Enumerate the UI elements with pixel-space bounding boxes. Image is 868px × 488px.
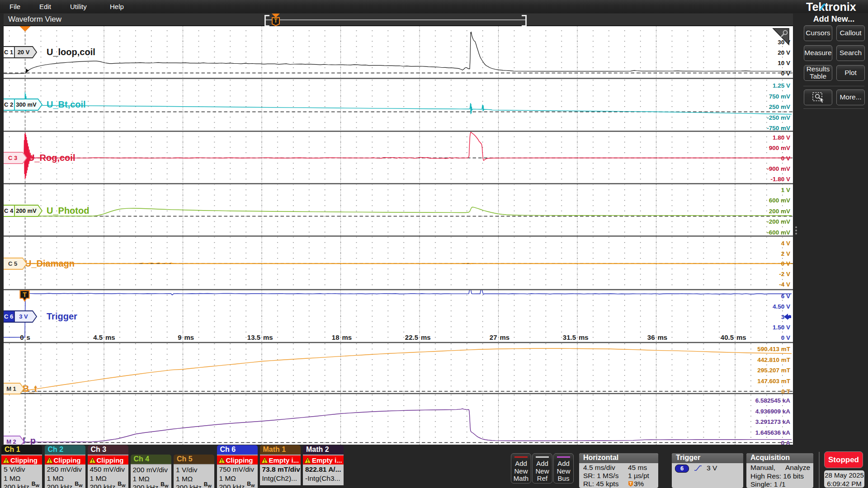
- right-sidebar: Add New... CursorsCalloutMeasureSearchRe…: [800, 14, 868, 445]
- channel-badge-m1[interactable]: M 1: [4, 383, 24, 394]
- channel-badge-m2[interactable]: M 2: [4, 436, 24, 445]
- svg-text:ms: ms: [105, 333, 115, 341]
- bottom-bar-divider: [819, 452, 820, 488]
- waveform-view-titlebar: Waveform View T: [4, 14, 793, 26]
- add-new-bus-button[interactable]: AddNewBus: [553, 453, 574, 483]
- channel-label-c1[interactable]: U_loop,coil: [47, 47, 95, 57]
- channel-badge-c3[interactable]: C 3: [4, 152, 27, 164]
- channel-card-body: 822.81 A/...-Intg(Ch3...: [303, 465, 344, 485]
- channel-card-header[interactable]: Ch 3: [88, 445, 128, 455]
- callout-button[interactable]: Callout: [836, 25, 865, 41]
- svg-text:T: T: [629, 481, 632, 486]
- svg-text:ms: ms: [736, 333, 746, 341]
- axis-label: 3.291273 kA: [755, 418, 791, 425]
- svg-text:ms: ms: [579, 333, 589, 341]
- channel-card-header[interactable]: Ch 6: [217, 445, 258, 455]
- acquisition-panel-title: Acquisition: [746, 453, 813, 463]
- channel-card-header[interactable]: Ch 5: [174, 455, 214, 465]
- bandwidth-badge: BW: [75, 480, 82, 488]
- channel-card-ch6[interactable]: Ch 6Clipping750 mV/div1 MΩ200 kHzBW: [217, 445, 258, 488]
- overview-right-bracket[interactable]: [522, 15, 527, 27]
- plot-button[interactable]: Plot: [836, 65, 865, 81]
- axis-label: 4 V: [781, 240, 790, 247]
- axis-label: -250 mV: [767, 114, 790, 121]
- measure-button[interactable]: Measure: [804, 45, 832, 61]
- trigger-panel[interactable]: Trigger63 V: [672, 453, 743, 488]
- channel-card-ch3[interactable]: Ch 3Clipping450 mV/div1 MΩ200 kHzBW: [88, 445, 128, 488]
- axis-label: -200 mV: [767, 218, 790, 225]
- channel-card-ch2[interactable]: Ch 2Clipping250 mV/div1 MΩ200 kHzBW: [45, 445, 85, 488]
- axis-label: -2 V: [779, 271, 790, 277]
- rising-edge-icon: [694, 465, 702, 471]
- horizontal-overview-bar[interactable]: T: [264, 14, 527, 25]
- channel-label-m1[interactable]: B_t: [23, 384, 38, 394]
- svg-text:9: 9: [178, 333, 181, 341]
- channel-badge-c5[interactable]: C 5: [4, 258, 27, 269]
- axis-label: 4.50 V: [773, 303, 790, 310]
- overview-trigger-marker[interactable]: T: [271, 14, 281, 26]
- channel-card-math2[interactable]: Math 2Empty i...822.81 A/...-Intg(Ch3...: [303, 445, 344, 488]
- cursors-button[interactable]: Cursors: [804, 25, 832, 41]
- channel-card-body: 200 mV/div1 MΩ200 kHzBW: [131, 465, 171, 488]
- channel-warning-banner: Clipping: [1, 455, 42, 465]
- channel-label-c6[interactable]: Trigger: [47, 311, 77, 321]
- channel-badge-c2[interactable]: C 2300 mV: [4, 99, 42, 110]
- svg-text:ms: ms: [500, 333, 510, 341]
- add-new-ref-accent: [536, 456, 549, 458]
- axis-label: 0 T: [781, 388, 790, 395]
- menu-help[interactable]: Help: [110, 0, 124, 13]
- add-new-title: Add New...: [800, 14, 868, 24]
- more-button[interactable]: More...: [836, 89, 865, 105]
- channel-card-header[interactable]: Math 2: [303, 445, 344, 455]
- channel-card-math1[interactable]: Math 1Empty i...73.8 mT/divIntg(Ch2)...: [260, 445, 301, 488]
- time-axis-label: 13.5ms: [247, 333, 273, 341]
- trigger-panel-title: Trigger: [672, 453, 743, 463]
- channel-card-header[interactable]: Ch 2: [45, 445, 85, 455]
- channel-card-ch1[interactable]: Ch 1Clipping5 V/div1 MΩ200 kHzBW: [1, 445, 42, 488]
- channel-card-body: 750 mV/div1 MΩ200 kHzBW: [217, 465, 258, 488]
- axis-label: 200 mV: [769, 208, 790, 215]
- waveform-plot[interactable]: U_loop,coilU_Bt,coilU_Rog,coilU_PhotodU_…: [4, 26, 793, 445]
- add-new-bus-accent: [557, 456, 570, 458]
- channel-badge-c6[interactable]: C 63 V: [4, 311, 37, 322]
- channel-card-header[interactable]: Ch 4: [131, 455, 171, 465]
- channel-card-header[interactable]: Math 1: [260, 445, 301, 455]
- channel-card-body: 1 V/div1 MΩ200 kHzBW: [174, 465, 214, 488]
- axis-label: 442.810 mT: [757, 357, 791, 363]
- overview-left-bracket[interactable]: [264, 15, 269, 27]
- bandwidth-badge: BW: [247, 480, 255, 488]
- channel-badge-c1[interactable]: C 120 V: [4, 47, 37, 58]
- time-axis-label: 36ms: [647, 333, 667, 341]
- channel-badge-c4[interactable]: C 4200 mV: [4, 205, 42, 216]
- svg-text:T: T: [23, 291, 27, 298]
- menu-file[interactable]: File: [9, 0, 20, 13]
- search-button[interactable]: Search: [836, 45, 865, 61]
- menu-utility[interactable]: Utility: [70, 0, 87, 13]
- channel-card-ch4[interactable]: Ch 4200 mV/div1 MΩ200 kHzBW: [131, 455, 171, 488]
- window-resize-handle[interactable]: [794, 225, 798, 237]
- svg-text:C 1: C 1: [4, 49, 13, 56]
- add-new-ref-button[interactable]: AddNewRef: [532, 453, 552, 483]
- svg-text:C 4: C 4: [4, 207, 14, 214]
- channel-card-ch5[interactable]: Ch 51 V/div1 MΩ200 kHzBW: [174, 455, 214, 488]
- time-axis-label: 27ms: [490, 333, 509, 341]
- acquisition-status-button[interactable]: Stopped: [824, 451, 863, 468]
- axis-label: 0 V: [781, 334, 790, 341]
- zoom-select-button[interactable]: [804, 89, 832, 105]
- axis-label: 20 V: [778, 49, 790, 56]
- channel-card-header[interactable]: Ch 1: [1, 445, 42, 455]
- zoom-select-icon: [811, 91, 825, 103]
- sidebar-divider: [803, 108, 864, 109]
- channel-label-m2[interactable]: I_p: [23, 436, 36, 445]
- axis-label: 1 V: [781, 187, 790, 193]
- channel-label-c2[interactable]: U_Bt,coil: [47, 99, 86, 109]
- add-new-math-button[interactable]: AddNewMath: [511, 453, 531, 483]
- acquisition-panel[interactable]: AcquisitionManual,AnalyzeHigh Res: 16 bi…: [746, 453, 813, 488]
- waveform-view-title: Waveform View: [8, 15, 61, 24]
- time-axis-label: 9ms: [178, 333, 194, 341]
- horizontal-panel[interactable]: Horizontal4.5 ms/div45 msSR: 1 MS/s1 µs/…: [579, 453, 658, 488]
- menu-edit[interactable]: Edit: [39, 0, 51, 13]
- results-table-button[interactable]: ResultsTable: [804, 65, 832, 81]
- channel-label-c4[interactable]: U_Photod: [47, 206, 89, 216]
- add-new-math-accent: [514, 456, 528, 458]
